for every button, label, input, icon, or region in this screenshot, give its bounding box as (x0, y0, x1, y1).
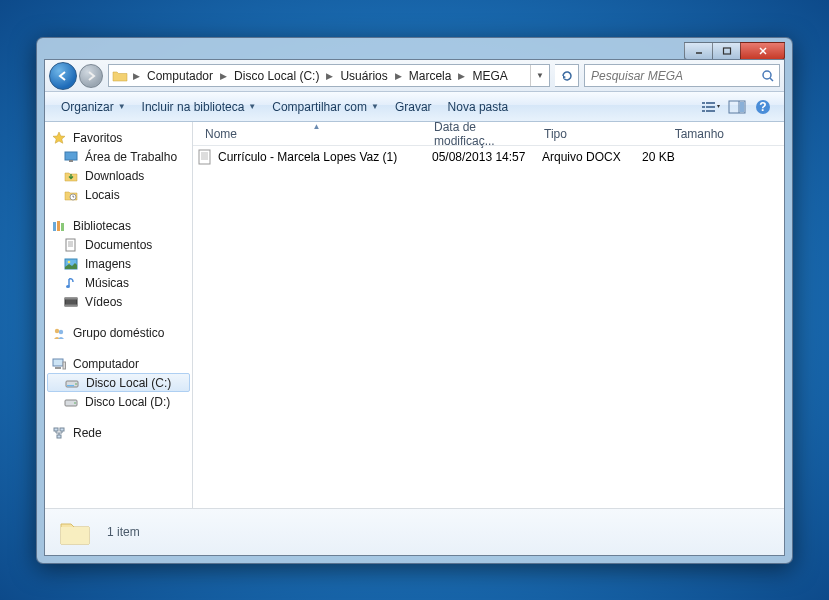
sidebar-item-documents[interactable]: Documentos (45, 235, 192, 254)
chevron-right-icon: ▶ (131, 71, 142, 81)
star-icon (51, 130, 67, 146)
column-size[interactable]: Tamanho (638, 122, 730, 145)
sidebar-homegroup[interactable]: Grupo doméstico (45, 323, 192, 342)
chevron-right-icon: ▶ (393, 71, 404, 81)
explorer-window: ▶ Computador ▶ Disco Local (C:) ▶ Usuári… (36, 37, 793, 564)
svg-rect-37 (63, 362, 66, 369)
svg-rect-1 (723, 48, 730, 54)
network-icon (51, 425, 67, 441)
organize-button[interactable]: Organizar▼ (53, 92, 134, 121)
sidebar-item-disk-d[interactable]: Disco Local (D:) (45, 392, 192, 411)
sidebar: Favoritos Área de Trabalho Downloads Loc… (45, 122, 193, 508)
homegroup-icon (51, 325, 67, 341)
documents-icon (63, 237, 79, 253)
breadcrumb-item[interactable]: MEGA (467, 65, 512, 86)
close-button[interactable] (740, 42, 785, 60)
svg-rect-23 (66, 239, 75, 251)
svg-point-40 (75, 383, 77, 385)
svg-rect-22 (61, 223, 64, 231)
sidebar-item-disk-c[interactable]: Disco Local (C:) (47, 373, 190, 392)
svg-rect-39 (67, 385, 74, 386)
file-date: 05/08/2013 14:57 (432, 150, 542, 164)
breadcrumb-dropdown[interactable]: ▼ (530, 65, 549, 86)
svg-rect-9 (706, 106, 715, 108)
sidebar-libraries[interactable]: Bibliotecas (45, 216, 192, 235)
column-date[interactable]: Data de modificaç... (428, 122, 538, 145)
forward-button[interactable] (79, 64, 103, 88)
svg-rect-18 (69, 160, 73, 162)
breadcrumb-item[interactable]: Marcela (404, 65, 457, 86)
content-area: Favoritos Área de Trabalho Downloads Loc… (45, 122, 784, 508)
search-box[interactable] (584, 64, 780, 87)
sidebar-item-pictures[interactable]: Imagens (45, 254, 192, 273)
sidebar-item-downloads[interactable]: Downloads (45, 166, 192, 185)
view-options-button[interactable] (698, 96, 724, 118)
help-button[interactable]: ? (750, 96, 776, 118)
svg-rect-35 (53, 359, 63, 366)
svg-point-29 (66, 285, 70, 288)
breadcrumb-item[interactable]: Usuários (335, 65, 392, 86)
file-type: Arquivo DOCX (542, 150, 642, 164)
recent-icon (63, 187, 79, 203)
column-headers: ▲ Nome Data de modificaç... Tipo Tamanho (193, 122, 784, 146)
svg-text:?: ? (759, 100, 766, 114)
folder-large-icon (57, 514, 93, 550)
file-name: Currículo - Marcela Lopes Vaz (1) (218, 150, 397, 164)
sidebar-favorites[interactable]: Favoritos (45, 128, 192, 147)
svg-point-42 (74, 402, 76, 404)
svg-rect-45 (57, 435, 61, 438)
file-row[interactable]: Currículo - Marcela Lopes Vaz (1) 05/08/… (193, 146, 784, 167)
svg-rect-8 (702, 106, 705, 108)
sidebar-item-videos[interactable]: Vídeos (45, 292, 192, 311)
status-text: 1 item (107, 525, 140, 539)
minimize-button[interactable] (684, 42, 713, 60)
window-inner: ▶ Computador ▶ Disco Local (C:) ▶ Usuári… (44, 59, 785, 556)
include-library-button[interactable]: Incluir na biblioteca▼ (134, 92, 265, 121)
preview-pane-button[interactable] (724, 96, 750, 118)
videos-icon (63, 294, 79, 310)
refresh-button[interactable] (555, 64, 579, 87)
svg-line-5 (770, 78, 773, 81)
svg-rect-7 (706, 102, 715, 104)
breadcrumb-item[interactable]: Computador (142, 65, 218, 86)
sidebar-network[interactable]: Rede (45, 423, 192, 442)
file-rows[interactable]: Currículo - Marcela Lopes Vaz (1) 05/08/… (193, 146, 784, 508)
toolbar: Organizar▼ Incluir na biblioteca▼ Compar… (45, 92, 784, 122)
nav-row: ▶ Computador ▶ Disco Local (C:) ▶ Usuári… (45, 60, 784, 92)
status-bar: 1 item (45, 508, 784, 555)
svg-rect-10 (702, 110, 705, 112)
svg-point-34 (59, 329, 63, 333)
search-icon[interactable] (757, 69, 779, 83)
sidebar-computer[interactable]: Computador (45, 354, 192, 373)
svg-rect-6 (702, 102, 705, 104)
music-icon (63, 275, 79, 291)
share-button[interactable]: Compartilhar com▼ (264, 92, 387, 121)
sidebar-item-desktop[interactable]: Área de Trabalho (45, 147, 192, 166)
drive-icon (64, 375, 80, 391)
breadcrumb-item[interactable]: Disco Local (C:) (229, 65, 324, 86)
search-input[interactable] (585, 69, 757, 83)
svg-rect-32 (65, 304, 77, 306)
svg-rect-21 (57, 221, 60, 231)
svg-rect-17 (65, 152, 77, 160)
svg-point-33 (55, 328, 59, 332)
svg-rect-43 (54, 428, 58, 431)
burn-button[interactable]: Gravar (387, 92, 440, 121)
downloads-icon (63, 168, 79, 184)
svg-rect-14 (740, 102, 744, 112)
maximize-button[interactable] (712, 42, 741, 60)
breadcrumb[interactable]: ▶ Computador ▶ Disco Local (C:) ▶ Usuári… (108, 64, 550, 87)
svg-rect-11 (706, 110, 715, 112)
docx-icon (197, 149, 213, 165)
sidebar-item-recent[interactable]: Locais (45, 185, 192, 204)
svg-point-4 (763, 71, 771, 79)
back-button[interactable] (49, 62, 77, 90)
sidebar-item-music[interactable]: Músicas (45, 273, 192, 292)
column-name[interactable]: ▲ Nome (193, 122, 428, 145)
computer-icon (51, 356, 67, 372)
new-folder-button[interactable]: Nova pasta (440, 92, 517, 121)
chevron-right-icon: ▶ (456, 71, 467, 81)
column-type[interactable]: Tipo (538, 122, 638, 145)
libraries-icon (51, 218, 67, 234)
svg-rect-31 (65, 298, 77, 300)
